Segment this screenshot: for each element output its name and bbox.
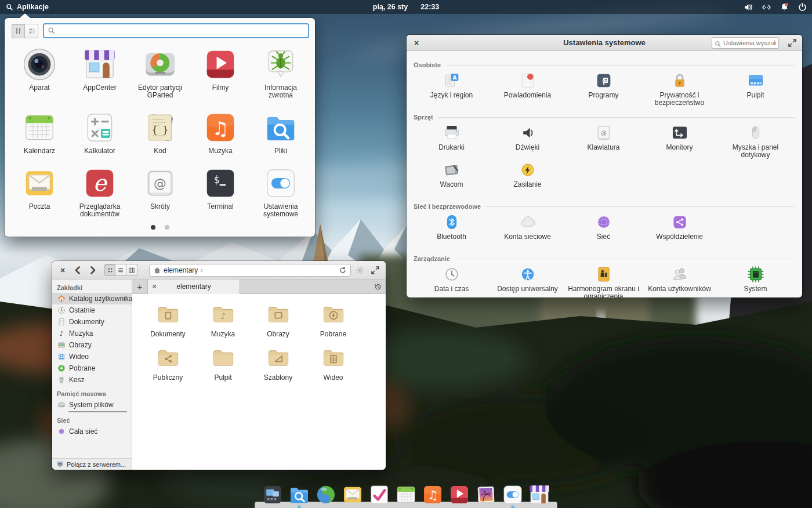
applications-menu[interactable]: Aplikacje: [0, 3, 49, 11]
settings-item-myszka-i-panel-dotykowy[interactable]: Myszka i panel dotykowy: [717, 123, 793, 159]
launcher-app-appcenter[interactable]: AppCenter: [70, 46, 130, 99]
settings-search-input[interactable]: [723, 39, 776, 46]
sidebar-item-wideo[interactable]: Wideo: [52, 351, 132, 362]
folder-pobrane[interactable]: Pobrane: [306, 302, 361, 338]
page-dot-2[interactable]: [165, 225, 169, 230]
settings-item-konta-u-ytkownik-w[interactable]: Konta użytkowników: [641, 264, 717, 297]
sidebar-item-ca-a-sie[interactable]: Cała sieć: [52, 426, 132, 437]
launcher-app-poczta[interactable]: Poczta: [9, 165, 70, 218]
new-tab-button[interactable]: +: [132, 282, 147, 292]
launcher-app-przegl-darka-dokument-w[interactable]: ePrzeglądarka dokumentów: [70, 165, 130, 218]
launcher-app-informacja-zwrotna[interactable]: Informacja zwrotna: [251, 46, 311, 99]
settings-item-drukarki[interactable]: Drukarki: [414, 123, 490, 159]
settings-item-konta-sieciowe[interactable]: Konta sieciowe: [490, 212, 566, 248]
dock-web-browser-icon[interactable]: [314, 483, 338, 506]
settings-item-monitory[interactable]: Monitory: [641, 123, 717, 159]
settings-item-label: Drukarki: [438, 144, 465, 159]
gear-icon[interactable]: [354, 264, 366, 276]
page-dot-1[interactable]: [151, 225, 155, 230]
dock-music-icon[interactable]: ♫: [421, 483, 444, 506]
sidebar-item-obrazy[interactable]: Obrazy: [52, 339, 132, 351]
folder-dokumenty[interactable]: Dokumenty: [140, 302, 195, 338]
launcher-app-aparat[interactable]: Aparat: [9, 46, 70, 99]
settings-item-powiadomienia[interactable]: Powiadomienia: [490, 71, 566, 107]
launcher-app-kalendarz[interactable]: Kalendarz: [9, 110, 70, 155]
launcher-app-pliki[interactable]: Pliki: [251, 110, 311, 155]
sidebar-item-dokumenty[interactable]: Dokumenty: [52, 316, 132, 328]
settings-item-klawiatura[interactable]: @Klawiatura: [566, 123, 641, 159]
sidebar-item-pobrane[interactable]: Pobrane: [52, 362, 132, 374]
launcher-app-kod[interactable]: { }Kod: [130, 110, 190, 155]
launcher-search-field[interactable]: [43, 23, 309, 38]
network-wired-icon[interactable]: [762, 2, 771, 12]
maximize-icon[interactable]: [369, 264, 381, 276]
path-segment[interactable]: elementary: [164, 266, 198, 274]
folder-obrazy[interactable]: Obrazy: [251, 302, 306, 338]
launcher-search-input[interactable]: [58, 27, 304, 35]
sidebar-item-ostatnie[interactable]: Ostatnie: [52, 304, 132, 316]
category-view-button[interactable]: [25, 24, 38, 38]
sidebar-item-system-plik-w[interactable]: System plików: [52, 399, 132, 411]
dock-photos-icon[interactable]: [474, 483, 498, 506]
grid-view-button[interactable]: [12, 24, 25, 38]
notifications-bell-icon[interactable]: [780, 2, 789, 12]
settings-item-prywatno-i-bezpiecze-stwo[interactable]: Prywatność i bezpieczeństwo: [641, 71, 717, 107]
settings-item-d-wi-ki[interactable]: Dźwięki: [490, 123, 566, 159]
maximize-icon[interactable]: [788, 38, 797, 48]
dock-mail-icon[interactable]: [341, 483, 364, 506]
settings-item-zasilanie[interactable]: Zasilanie: [490, 160, 566, 196]
folder-pulpit[interactable]: Pulpit: [195, 346, 251, 382]
close-icon[interactable]: ×: [57, 264, 68, 276]
settings-item-dost-p-uniwersalny[interactable]: Dostęp uniwersalny: [490, 264, 566, 297]
settings-search-field[interactable]: [712, 37, 779, 49]
folder-muzyka[interactable]: ♪Muzyka: [195, 302, 251, 338]
launcher-app-ustawienia-systemowe[interactable]: Ustawienia systemowe: [251, 165, 311, 218]
dock-appcenter-icon[interactable]: [528, 483, 551, 506]
column-view-button[interactable]: [126, 264, 137, 276]
settings-titlebar[interactable]: × Ustawienia systemowe: [407, 35, 802, 51]
tab-elementary[interactable]: ✕ elementary: [147, 280, 240, 294]
folder-publiczny[interactable]: Publiczny: [140, 346, 195, 382]
settings-item-programy[interactable]: {Programy: [566, 71, 641, 107]
sidebar-item-kosz[interactable]: Kosz: [52, 374, 132, 386]
icon-view-button[interactable]: [104, 264, 115, 276]
launcher-app-filmy[interactable]: Filmy: [190, 46, 251, 99]
dock-tasks-icon[interactable]: [368, 483, 391, 506]
settings-item-sie[interactable]: Sieć: [566, 212, 641, 248]
path-bar[interactable]: elementary ›: [149, 264, 351, 277]
settings-item-j-zyk-i-region[interactable]: AJęzyk i region: [414, 71, 490, 107]
settings-item-bluetooth[interactable]: Bluetooth: [414, 212, 490, 248]
refresh-icon[interactable]: [339, 266, 347, 274]
power-icon[interactable]: [798, 2, 807, 12]
sidebar-item-muzyka[interactable]: ♪Muzyka: [52, 328, 132, 339]
dock-calendar-icon[interactable]: [394, 483, 418, 506]
close-icon[interactable]: ×: [412, 38, 421, 48]
launcher-app-terminal[interactable]: $Terminal: [190, 165, 251, 218]
dock-switchboard-icon[interactable]: [501, 483, 524, 506]
panel-clock[interactable]: pią, 26 sty 22:33: [373, 3, 439, 11]
settings-item-wacom[interactable]: Wacom: [414, 160, 490, 196]
settings-item-harmonogram-ekranu-i-ograniczenia[interactable]: Harmonogram ekranu i ograniczenia: [566, 264, 641, 297]
settings-item-label: Konta użytkowników: [648, 285, 711, 297]
settings-item-wsp-dzielenie[interactable]: Współdzielenie: [641, 212, 717, 248]
launcher-app-edytor-partycji-gparted[interactable]: Edytor partycji GParted: [130, 46, 190, 99]
volume-icon[interactable]: [744, 2, 753, 12]
dock-files-icon[interactable]: [288, 483, 311, 506]
settings-item-pulpit[interactable]: Pulpit: [717, 71, 793, 107]
folder-szablony[interactable]: Szablony: [251, 346, 306, 382]
connect-server-button[interactable]: Połącz z serwerem...: [52, 458, 132, 470]
launcher-app-kalkulator[interactable]: Kalkulator: [70, 110, 130, 155]
close-tab-icon[interactable]: ✕: [148, 283, 161, 291]
history-icon[interactable]: [374, 282, 382, 291]
list-view-button[interactable]: [115, 264, 126, 276]
forward-icon[interactable]: [87, 264, 99, 276]
settings-item-data-i-czas[interactable]: Data i czas: [414, 264, 490, 297]
dock-videos-icon[interactable]: [448, 483, 471, 506]
sidebar-item-katalog-u-ytkownika[interactable]: Katalog użytkownika: [52, 293, 132, 304]
folder-wideo[interactable]: Wideo: [306, 346, 361, 382]
launcher-app-muzyka[interactable]: ♫Muzyka: [190, 110, 251, 155]
settings-item-system[interactable]: System: [717, 264, 793, 297]
dock-multitasking-icon[interactable]: [261, 483, 284, 506]
back-icon[interactable]: [72, 264, 84, 276]
launcher-app-skr-ty[interactable]: @Skróty: [130, 165, 190, 218]
